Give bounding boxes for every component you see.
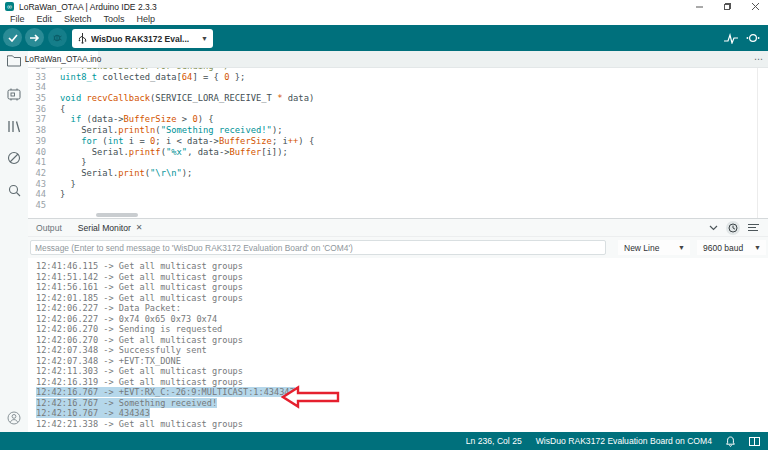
collapse-panel-button[interactable]	[706, 221, 720, 235]
folder-icon	[7, 55, 21, 67]
sidebar-item-debug[interactable]	[6, 150, 22, 166]
app-icon: ∞	[5, 2, 14, 11]
code-line: 45	[28, 200, 768, 211]
serial-line: 12:42:16.767 -> +EVT:RX_C:-26:9:MULTICAS…	[36, 387, 768, 398]
board-selector-label: WisDuo RAK3172 Eval...	[91, 34, 189, 44]
sidebar-item-search[interactable]	[6, 182, 22, 198]
code-line: 38 Serial.println("Something received!")…	[28, 125, 768, 136]
serial-monitor-button[interactable]	[744, 29, 762, 47]
sidebar-item-boards-manager[interactable]	[6, 86, 22, 102]
sidebar-item-library-manager[interactable]	[6, 118, 22, 134]
code-line: 39 for (int i = 0; i < data->BufferSize;…	[28, 136, 768, 147]
tab-label: LoRaWan_OTAA.ino	[25, 54, 102, 64]
chevron-down-icon	[709, 225, 718, 231]
status-bar: Ln 236, Col 25 WisDuo RAK3172 Evaluation…	[0, 432, 768, 450]
panel-tab-bar: Output Serial Monitor ✕	[28, 219, 768, 237]
minimize-button[interactable]	[688, 0, 710, 13]
serial-line: 12:42:06.270 -> Sending is requested	[36, 324, 768, 335]
toolbar: WisDuo RAK3172 Eval... ▼	[0, 25, 768, 51]
activity-sidebar	[0, 51, 29, 432]
tab-serial-monitor[interactable]: Serial Monitor ✕	[78, 223, 143, 233]
clear-output-button[interactable]	[746, 221, 760, 235]
bug-icon	[52, 33, 63, 43]
serial-line: 12:42:01.185 -> Get all multicast groups	[36, 293, 768, 304]
serial-line: 12:41:46.115 -> Get all multicast groups	[36, 261, 768, 272]
editor-scrollbar-track[interactable]	[757, 68, 758, 218]
serial-plotter-button[interactable]	[722, 29, 740, 47]
account-icon	[7, 411, 21, 425]
upload-button[interactable]	[25, 28, 44, 47]
arrow-right-icon	[30, 34, 40, 42]
menu-sketch[interactable]: Sketch	[58, 13, 98, 25]
serial-line: 12:41:51.142 -> Get all multicast groups	[36, 272, 768, 283]
serial-message-input[interactable]	[30, 240, 606, 255]
baud-rate-select[interactable]: 9600 baud ▼	[697, 240, 766, 255]
verify-button[interactable]	[3, 28, 22, 47]
notifications-button[interactable]	[726, 436, 735, 447]
baud-rate-value: 9600 baud	[703, 243, 743, 253]
code-lines: 32/** Packet buffer for sending */33uint…	[28, 68, 768, 211]
serial-line: 12:42:07.348 -> +EVT:TX_DONE	[36, 356, 768, 367]
title-bar: ∞ LoRaWan_OTAA | Arduino IDE 2.3.3	[0, 0, 768, 13]
search-icon	[8, 184, 21, 197]
serial-line: 12:42:06.270 -> Get all multicast groups	[36, 335, 768, 346]
serial-line: 12:42:16.767 -> Something received!	[36, 398, 768, 409]
serial-monitor-tab-label: Serial Monitor	[78, 223, 131, 233]
line-ending-value: New Line	[624, 243, 659, 253]
code-editor[interactable]: 32/** Packet buffer for sending */33uint…	[28, 68, 768, 218]
menu-tools[interactable]: Tools	[98, 13, 131, 25]
code-line: 40 Serial.printf("%x", data->Buffer[i]);	[28, 147, 768, 158]
code-line: 36{	[28, 104, 768, 115]
serial-output[interactable]: 12:41:46.115 -> Get all multicast groups…	[28, 258, 768, 432]
menu-edit[interactable]: Edit	[31, 13, 59, 25]
serial-line: 12:42:16.767 -> 434343	[36, 408, 768, 419]
maximize-button[interactable]	[716, 0, 738, 13]
panel-layout-button[interactable]	[749, 437, 760, 446]
serial-line: 12:42:21.338 -> Get all multicast groups	[36, 419, 768, 430]
panel-layout-icon	[749, 437, 760, 446]
close-button[interactable]	[744, 0, 766, 13]
serial-line: 12:42:11.303 -> Get all multicast groups	[36, 366, 768, 377]
code-line: 33uint8_t collected_data[64] = { 0 };	[28, 72, 768, 83]
code-line: 37 if (data->BufferSize > 0) {	[28, 114, 768, 125]
check-icon	[8, 34, 18, 42]
menu-help[interactable]: Help	[131, 13, 162, 25]
serial-line: 12:42:16.319 -> Get all multicast groups	[36, 377, 768, 388]
serial-line: 12:42:06.227 -> 0x74 0x65 0x73 0x74	[36, 314, 768, 325]
close-tab-icon[interactable]: ✕	[136, 223, 143, 232]
editor-tab-bar: LoRaWan_OTAA.ino ⋯	[28, 51, 768, 68]
prohibited-icon	[7, 151, 21, 165]
chevron-down-icon: ▼	[754, 244, 761, 251]
sidebar-item-account[interactable]	[6, 410, 22, 426]
clock-icon	[728, 223, 738, 233]
code-line: 44}	[28, 189, 768, 200]
code-line: 42 Serial.print("\r\n");	[28, 168, 768, 179]
chevron-down-icon: ▼	[678, 244, 685, 251]
board-status[interactable]: WisDuo RAK3172 Evaluation Board on COM4	[536, 436, 712, 446]
debug-button[interactable]	[48, 28, 67, 47]
serial-line: 12:42:07.348 -> Successfully sent	[36, 345, 768, 356]
window-title: LoRaWan_OTAA | Arduino IDE 2.3.3	[19, 1, 157, 13]
editor-horizontal-scrollbar[interactable]	[96, 213, 138, 217]
tab-output[interactable]: Output	[36, 223, 62, 233]
cursor-position[interactable]: Ln 236, Col 25	[466, 436, 522, 446]
serial-line: 12:41:56.161 -> Get all multicast groups	[36, 282, 768, 293]
clear-output-icon	[748, 223, 759, 232]
annotation-arrow-icon	[281, 385, 341, 409]
board-selector[interactable]: WisDuo RAK3172 Eval... ▼	[72, 29, 213, 48]
sidebar-item-sketchbook[interactable]	[6, 53, 22, 69]
chip-icon	[7, 88, 21, 101]
toggle-timestamp-button[interactable]	[726, 221, 740, 235]
code-line: 41 }	[28, 157, 768, 168]
tab-lorawan-otaa-ino[interactable]: LoRaWan_OTAA.ino	[28, 51, 98, 67]
editor-menu-dots-icon[interactable]: ⋯	[754, 51, 764, 67]
serial-line: 12:42:06.227 -> Data Packet:	[36, 303, 768, 314]
serial-plotter-icon	[724, 33, 738, 44]
code-line: 43 }	[28, 179, 768, 190]
arduino-ide-window: ∞ LoRaWan_OTAA | Arduino IDE 2.3.3 File …	[0, 0, 768, 450]
books-icon	[8, 120, 21, 133]
bell-icon	[726, 436, 735, 447]
menu-file[interactable]: File	[4, 13, 31, 25]
line-ending-select[interactable]: New Line ▼	[618, 240, 690, 255]
menu-bar: File Edit Sketch Tools Help	[0, 13, 768, 25]
